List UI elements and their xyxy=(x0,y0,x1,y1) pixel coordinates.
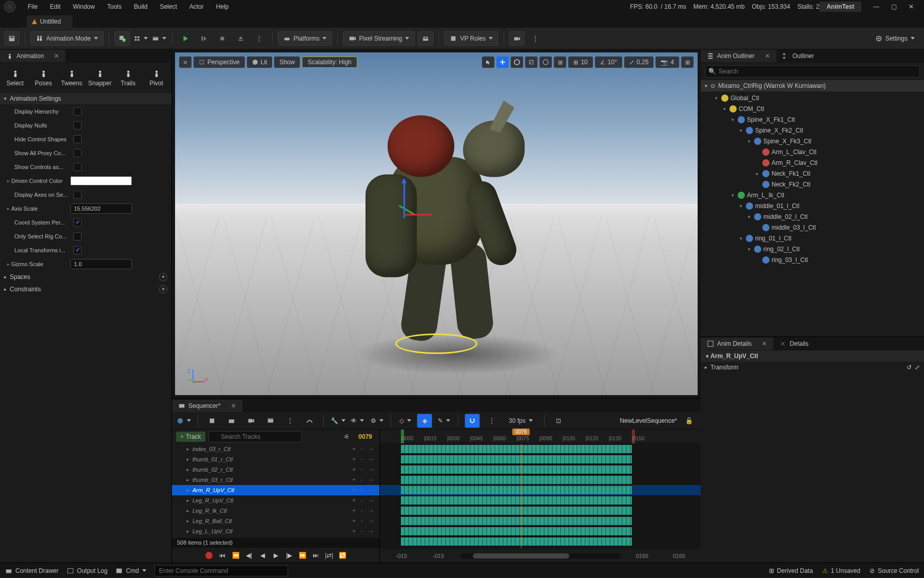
selected-control-header[interactable]: ▾ Arm_R_UpV_Ctl xyxy=(701,350,924,362)
shelf-tweens[interactable]: Tweens xyxy=(59,67,85,89)
key-lane[interactable] xyxy=(380,536,701,547)
track-row[interactable]: ▸index_03_r_Ctl+ ◦ → xyxy=(172,444,379,454)
shelf-trails[interactable]: Trails xyxy=(115,67,141,89)
outliner-item[interactable]: ▸Neck_Fk1_Ctl xyxy=(701,168,924,179)
key-lane[interactable] xyxy=(380,495,701,506)
range-end-1[interactable]: 0165 xyxy=(627,553,658,559)
browse-button[interactable] xyxy=(224,414,239,428)
outliner-item[interactable]: ▾middle_01_l_Ctl xyxy=(701,200,924,211)
outliner-item[interactable]: ▾COM_Ctl xyxy=(701,103,924,114)
outliner-item[interactable]: Neck_Fk2_Ctl xyxy=(701,179,924,190)
viewport-options-button[interactable]: ≡ xyxy=(179,57,191,68)
shelf-poses[interactable]: Poses xyxy=(30,67,56,89)
source-control-button[interactable]: ⊘ Source Control xyxy=(870,567,919,574)
close-tab-icon[interactable]: ✕ xyxy=(762,340,767,347)
menu-edit[interactable]: Edit xyxy=(44,1,67,12)
coord-system-checkbox[interactable] xyxy=(73,218,82,227)
constraints-section[interactable]: ▸Constraints+ xyxy=(0,283,171,295)
take-recorder-button[interactable] xyxy=(509,31,525,46)
outliner-item[interactable]: ▾ring_01_l_Ctl xyxy=(701,233,924,244)
menu-build[interactable]: Build xyxy=(128,1,154,12)
director-button[interactable] xyxy=(263,414,278,428)
close-tab-icon[interactable]: ✕ xyxy=(765,52,770,60)
lit-mode-button[interactable]: Lit xyxy=(247,57,273,68)
gizmo-scale-input[interactable]: 1.0 xyxy=(70,259,132,269)
only-select-rig-checkbox[interactable] xyxy=(73,232,82,240)
spaces-section[interactable]: ▸Spaces+ xyxy=(0,271,171,283)
key-mode-button[interactable]: ◇ xyxy=(397,414,413,428)
document-tab[interactable]: Untitled xyxy=(27,15,72,28)
track-row[interactable]: ▸thumb_03_r_Ctl+ ◦ → xyxy=(172,475,379,485)
key-lane[interactable] xyxy=(380,526,701,536)
show-button[interactable]: Show xyxy=(274,57,300,68)
menu-actor[interactable]: Actor xyxy=(183,1,210,12)
outliner-search-input[interactable] xyxy=(705,65,920,78)
display-axes-checkbox[interactable] xyxy=(73,191,82,199)
show-controls-as-checkbox[interactable] xyxy=(73,163,82,171)
scalability-button[interactable]: Scalability: High xyxy=(302,57,357,68)
lock-button[interactable]: 🔓 xyxy=(681,414,697,428)
pixel-streaming-button[interactable]: Pixel Streaming xyxy=(343,31,415,46)
step-back-keyframe-button[interactable]: ⏪ xyxy=(231,551,240,560)
menu-select[interactable]: Select xyxy=(153,1,183,12)
outliner-item[interactable]: ▾Spine_X_Fk2_Ctl xyxy=(701,125,924,136)
grid-snap-button[interactable]: ⊞ 10 xyxy=(568,57,592,68)
view-options-button[interactable]: 👁 xyxy=(350,414,365,428)
add-track-button[interactable]: + Track xyxy=(176,432,205,442)
render-button[interactable] xyxy=(243,414,259,428)
control-rig-gizmo[interactable] xyxy=(395,333,477,354)
edit-mode-button[interactable]: ✎ xyxy=(436,414,452,428)
scale-snap-button[interactable]: ⤢ 0.25 xyxy=(624,57,653,68)
go-to-end-button[interactable]: ⏭ xyxy=(311,551,320,560)
play-forward-button[interactable]: ▶ xyxy=(271,551,280,560)
display-nulls-checkbox[interactable] xyxy=(73,121,82,129)
outliner-item[interactable]: ▾Arm_L_Ik_Ctl xyxy=(701,190,924,200)
content-drawer-button[interactable]: Content Drawer xyxy=(5,567,59,574)
track-row[interactable]: ▸Leg_L_UpV_Ctl+ ◦ → xyxy=(172,526,379,536)
vp-roles-button[interactable]: VP Roles xyxy=(444,31,498,46)
marketplace-button[interactable] xyxy=(133,31,148,46)
surface-snap-button[interactable]: ⊞ xyxy=(554,57,566,68)
take-recorder-options[interactable]: ⋮ xyxy=(528,31,543,46)
track-row[interactable]: ▸thumb_01_r_Ctl+ ◦ → xyxy=(172,454,379,464)
shelf-pivot[interactable]: Pivot xyxy=(143,67,169,89)
expand-transform-icon[interactable]: ⤢ xyxy=(915,364,920,371)
snap-options-button[interactable]: ⋮ xyxy=(484,414,499,428)
fps-button[interactable]: 30 fps xyxy=(504,414,538,428)
rig-root[interactable]: ▾⊙ Mixamo_CtrlRig (Warrok W Kurniawan) xyxy=(701,80,924,91)
menu-window[interactable]: Window xyxy=(67,1,101,12)
sequencer-tab[interactable]: Sequencer*✕ xyxy=(172,400,242,412)
filter-button[interactable]: ⚟ xyxy=(341,431,352,442)
axis-scale-input[interactable]: 15.556202 xyxy=(70,203,132,214)
play-options-button[interactable]: ⋮ xyxy=(252,31,267,46)
track-row[interactable]: ▸Leg_R_UpV_Ctl+ ◦ → xyxy=(172,495,379,506)
outliner-item[interactable]: middle_03_l_Ctl xyxy=(701,222,924,233)
save-seq-button[interactable] xyxy=(204,414,220,428)
playhead[interactable] xyxy=(521,444,522,548)
range-start-2[interactable]: -015 xyxy=(423,553,454,559)
settings-button[interactable]: Settings xyxy=(870,31,920,46)
display-hierarchy-checkbox[interactable] xyxy=(73,107,82,116)
menu-help[interactable]: Help xyxy=(210,1,235,12)
step-back-frame-button[interactable]: ◀| xyxy=(244,551,254,560)
derived-data-button[interactable]: ⊞ Derived Data xyxy=(769,567,813,574)
key-lane[interactable] xyxy=(380,464,701,475)
play-button[interactable] xyxy=(178,31,193,46)
key-lane[interactable] xyxy=(380,485,701,495)
step-fwd-frame-button[interactable]: |▶ xyxy=(284,551,294,560)
character-mesh[interactable] xyxy=(326,96,547,342)
animation-settings-header[interactable]: ▾Animation Settings xyxy=(0,93,171,104)
menu-file[interactable]: File xyxy=(22,1,44,12)
outliner-item[interactable]: ▾middle_02_l_Ctl xyxy=(701,211,924,222)
actions-button[interactable]: ⋮ xyxy=(282,414,298,428)
viewport-layout-button[interactable]: ⊞ xyxy=(681,57,694,68)
outliner-item[interactable]: Arm_L_Clav_Ctl xyxy=(701,146,924,157)
camera-speed-button[interactable]: 📷 4 xyxy=(656,57,679,68)
current-frame-display[interactable]: 0079 xyxy=(355,433,375,440)
local-transforms-checkbox[interactable] xyxy=(73,246,82,254)
perspective-button[interactable]: Perspective xyxy=(194,57,245,68)
play-reverse-button[interactable]: ◀ xyxy=(258,551,267,560)
rotate-tool[interactable] xyxy=(511,57,523,68)
coord-space-button[interactable] xyxy=(540,57,552,68)
translate-tool[interactable] xyxy=(496,57,509,68)
